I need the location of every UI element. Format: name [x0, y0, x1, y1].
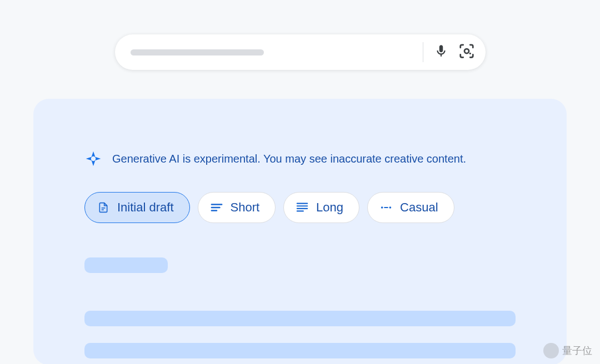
chip-label: Long [316, 200, 343, 215]
generative-ai-card: Generative AI is experimental. You may s… [33, 99, 567, 364]
short-text-icon [211, 201, 223, 214]
chip-label: Casual [400, 200, 438, 215]
svg-point-0 [464, 49, 469, 53]
camera-lens-icon [458, 43, 475, 62]
document-icon [97, 201, 109, 214]
voice-search-button[interactable] [433, 44, 449, 60]
casual-icon [380, 201, 392, 214]
chip-label: Short [231, 200, 260, 215]
svg-point-12 [381, 206, 383, 209]
divider [423, 42, 423, 62]
svg-point-13 [389, 206, 392, 209]
watermark: 量子位 [543, 343, 592, 358]
search-placeholder-skeleton [131, 49, 264, 55]
microphone-icon [434, 44, 448, 60]
chip-long[interactable]: Long [283, 192, 359, 223]
content-skeleton [84, 257, 516, 364]
sparkle-icon [84, 150, 102, 168]
skeleton-title [84, 257, 168, 273]
chip-casual[interactable]: Casual [367, 192, 454, 223]
watermark-logo-icon [543, 343, 559, 358]
chip-label: Initial draft [117, 200, 174, 215]
search-bar[interactable] [115, 34, 486, 70]
lens-search-button[interactable] [459, 44, 474, 60]
svg-point-1 [469, 53, 471, 54]
disclaimer-row: Generative AI is experimental. You may s… [84, 150, 516, 168]
draft-options-row: Initial draft Short Long [84, 192, 516, 223]
svg-point-2 [91, 156, 96, 161]
chip-initial-draft[interactable]: Initial draft [84, 192, 190, 223]
chip-short[interactable]: Short [198, 192, 276, 223]
long-text-icon [296, 201, 308, 214]
watermark-text: 量子位 [562, 344, 592, 357]
search-icons-group [423, 42, 474, 62]
disclaimer-text: Generative AI is experimental. You may s… [112, 153, 466, 165]
skeleton-line [84, 311, 516, 326]
skeleton-line [84, 343, 516, 358]
search-container [0, 0, 600, 70]
